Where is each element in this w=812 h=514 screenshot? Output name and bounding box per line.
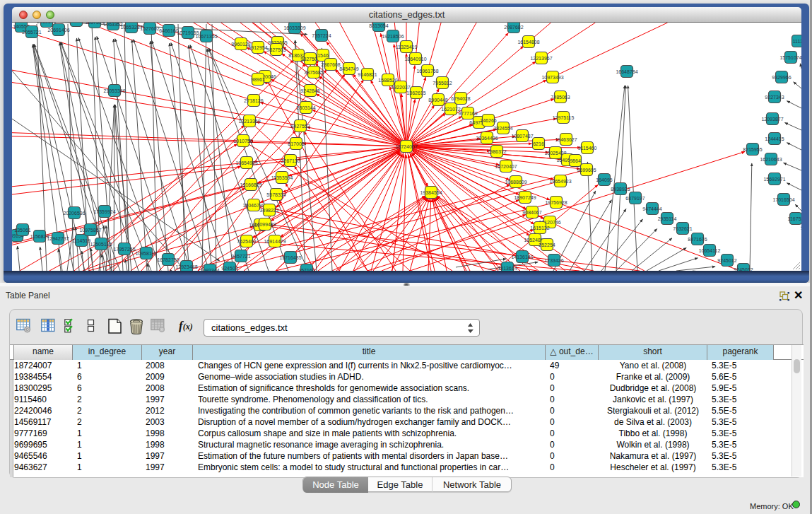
svg-text:1092344: 1092344 (200, 268, 219, 271)
svg-text:9329966: 9329966 (772, 75, 791, 80)
svg-text:9242848: 9242848 (300, 88, 319, 93)
svg-text:1114519: 1114519 (72, 238, 90, 243)
svg-text:6794028: 6794028 (451, 96, 470, 101)
svg-text:16961758: 16961758 (416, 69, 438, 74)
svg-text:7632621: 7632621 (673, 226, 692, 231)
svg-text:3875685: 3875685 (304, 70, 323, 75)
svg-text:116753: 116753 (788, 216, 801, 221)
svg-text:157164: 157164 (298, 268, 314, 271)
svg-text:7357224: 7357224 (312, 33, 331, 38)
svg-text:1244415: 1244415 (765, 136, 784, 141)
svg-text:3498222: 3498222 (259, 208, 278, 213)
svg-text:2069140: 2069140 (37, 23, 56, 24)
svg-text:9777169: 9777169 (458, 111, 477, 116)
svg-text:2867608: 2867608 (321, 62, 340, 67)
svg-text:1857394: 1857394 (85, 23, 104, 25)
svg-text:15751074: 15751074 (779, 55, 801, 60)
svg-text:10958107: 10958107 (135, 251, 157, 256)
svg-text:19166829: 19166829 (240, 182, 261, 187)
svg-text:8938923: 8938923 (611, 187, 630, 192)
svg-text:12505135: 12505135 (90, 242, 112, 247)
svg-text:19654923: 19654923 (549, 179, 571, 184)
svg-text:10688609: 10688609 (505, 180, 526, 185)
svg-text:21053346: 21053346 (103, 88, 125, 93)
svg-text:8215955: 8215955 (743, 147, 762, 152)
svg-text:9084067: 9084067 (522, 210, 541, 215)
svg-text:10975867: 10975867 (79, 228, 101, 233)
svg-text:1413614: 1413614 (498, 266, 517, 271)
svg-text:7485063: 7485063 (551, 95, 570, 100)
svg-text:1527602: 1527602 (140, 26, 159, 31)
svg-text:6466160: 6466160 (159, 28, 178, 33)
svg-text:1010755: 1010755 (233, 139, 252, 144)
svg-text:16782759: 16782759 (157, 257, 179, 262)
svg-text:1615132: 1615132 (530, 226, 549, 230)
svg-text:19654985: 19654985 (235, 160, 257, 165)
svg-text:1063319: 1063319 (66, 23, 86, 23)
svg-text:14136141: 14136141 (511, 255, 533, 259)
svg-text:18640910: 18640910 (404, 57, 426, 62)
svg-text:8471676: 8471676 (688, 237, 707, 242)
svg-text:2055721: 2055721 (22, 30, 41, 35)
svg-text:6216: 6216 (533, 141, 544, 146)
svg-text:10807487: 10807487 (511, 134, 533, 139)
svg-text:8427552: 8427552 (290, 124, 310, 129)
svg-text:20364436: 20364436 (476, 136, 498, 141)
svg-text:11325419: 11325419 (396, 45, 418, 49)
svg-text:98961: 98961 (251, 77, 265, 82)
svg-text:12942737: 12942737 (47, 236, 69, 241)
svg-text:252254: 252254 (539, 243, 555, 247)
svg-text:10653287: 10653287 (120, 25, 142, 30)
svg-text:20691406: 20691406 (47, 28, 69, 33)
svg-text:18907249: 18907249 (514, 195, 536, 200)
svg-text:8990448: 8990448 (428, 98, 447, 103)
svg-text:12093877: 12093877 (761, 117, 783, 122)
svg-text:1588520: 1588520 (378, 78, 397, 83)
svg-text:16046798: 16046798 (242, 203, 264, 208)
svg-text:19756928: 19756928 (545, 200, 567, 205)
svg-text:16648784: 16648784 (616, 69, 637, 74)
svg-text:9457721: 9457721 (231, 254, 250, 259)
svg-text:6879197: 6879197 (625, 196, 645, 201)
svg-text:19384554: 19384554 (420, 190, 442, 195)
svg-text:15720407: 15720407 (495, 164, 517, 169)
svg-text:16210643: 16210643 (760, 157, 782, 162)
svg-text:14099489: 14099489 (254, 222, 276, 227)
svg-text:9245012: 9245012 (717, 258, 736, 263)
svg-text:9227343: 9227343 (765, 95, 784, 100)
svg-text:3267130: 3267130 (281, 158, 300, 163)
svg-text:12923448: 12923448 (175, 264, 197, 269)
svg-text:7625402: 7625402 (237, 239, 256, 244)
svg-text:15692971: 15692971 (763, 177, 785, 182)
svg-text:12213967: 12213967 (530, 56, 552, 61)
svg-text:19463627: 19463627 (555, 137, 577, 142)
svg-text:5578334: 5578334 (266, 192, 286, 197)
svg-text:20206536: 20206536 (63, 211, 85, 216)
svg-text:1733426: 1733426 (544, 258, 563, 263)
svg-text:12975115: 12975115 (553, 115, 575, 120)
svg-text:2803144: 2803144 (296, 105, 315, 110)
svg-text:11353594: 11353594 (271, 175, 293, 180)
svg-text:9115460: 9115460 (578, 146, 597, 151)
svg-text:18724007: 18724007 (395, 144, 417, 149)
svg-text:9827503: 9827503 (266, 47, 286, 52)
svg-text:817006: 817006 (288, 141, 304, 146)
svg-text:9474444: 9474444 (642, 206, 661, 211)
svg-text:16033809: 16033809 (283, 25, 305, 30)
svg-text:17957255: 17957255 (113, 247, 135, 252)
svg-text:2718126: 2718126 (244, 98, 263, 103)
svg-text:2935114: 2935114 (658, 216, 677, 221)
svg-text:17359924: 17359924 (93, 209, 115, 214)
svg-text:8454749: 8454749 (339, 66, 358, 71)
svg-text:9864: 9864 (570, 158, 581, 163)
svg-text:7955812: 7955812 (433, 81, 452, 86)
svg-text:9245032: 9245032 (734, 267, 753, 271)
svg-text:19218506: 19218506 (382, 34, 404, 39)
svg-text:1362615: 1362615 (406, 90, 425, 95)
svg-text:164095: 164095 (596, 177, 612, 182)
svg-text:16154808: 16154808 (517, 40, 539, 45)
svg-text:9146821: 9146821 (358, 72, 377, 77)
svg-text:5912954: 5912954 (248, 45, 267, 50)
svg-text:746266: 746266 (480, 118, 496, 123)
svg-text:10973493: 10973493 (541, 75, 563, 80)
